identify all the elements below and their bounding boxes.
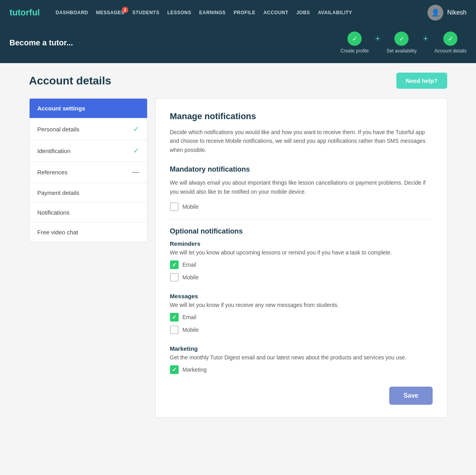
step-account-details: ✓ Account details <box>435 32 467 54</box>
sidebar-item-payment-details[interactable]: Payment details <box>30 183 147 203</box>
messages-badge: 2 <box>122 7 128 13</box>
sidebar-label-payment-details: Payment details <box>37 189 80 196</box>
sidebar-item-free-video-chat[interactable]: Free video chat <box>30 223 147 242</box>
nav-dashboard[interactable]: DASHBOARD <box>56 10 88 15</box>
sidebar-label-free-video-chat: Free video chat <box>37 229 78 236</box>
marketing-category: Marketing Get the monthly Tutor Digest e… <box>170 345 433 374</box>
messages-title: Messages <box>170 293 433 299</box>
mandatory-notifications-desc: We will always email you about important… <box>170 178 433 196</box>
messages-email-label: Email <box>183 314 196 320</box>
messages-desc: We will let you know if you receive any … <box>170 302 433 308</box>
sidebar-label-references: References <box>37 169 68 176</box>
progress-steps: ✓ Create profile + ✓ Set availability + … <box>340 32 467 54</box>
dash-icon-references: — <box>132 168 139 176</box>
main-panel: Manage notifications Decide which notifi… <box>155 98 447 418</box>
content-layout: Account settings Personal details ✓ Iden… <box>29 98 447 418</box>
mandatory-notifications-title: Mandatory notifications <box>170 165 433 174</box>
nav-account[interactable]: ACCOUNT <box>263 10 289 15</box>
marketing-checkbox-row: Marketing <box>170 365 433 374</box>
step-set-availability: ✓ Set availability <box>386 32 417 54</box>
sidebar-item-personal-details[interactable]: Personal details ✓ <box>30 118 147 140</box>
marketing-title: Marketing <box>170 345 433 352</box>
nav-students[interactable]: STUDENTS <box>132 10 159 15</box>
step-icon-create-profile: ✓ <box>347 32 362 46</box>
nav-availability[interactable]: AVAILABILITY <box>318 10 352 15</box>
sidebar-label-personal-details: Personal details <box>37 126 80 133</box>
marketing-label: Marketing <box>183 367 207 373</box>
step-connector-2: + <box>423 34 428 44</box>
messages-mobile-label: Mobile <box>183 327 199 333</box>
reminders-email-checkbox[interactable] <box>170 260 179 269</box>
reminders-email-label: Email <box>183 262 196 268</box>
sidebar-item-account-settings[interactable]: Account settings <box>30 99 147 118</box>
nav-profile[interactable]: PROFILE <box>233 10 256 15</box>
sidebar: Account settings Personal details ✓ Iden… <box>29 98 147 242</box>
messages-mobile-row: Mobile <box>170 325 433 334</box>
logo[interactable]: tutorful <box>9 7 40 18</box>
user-info: 👤 Nikesh <box>427 5 467 21</box>
nav-lessons[interactable]: LESSONS <box>167 10 191 15</box>
messages-mobile-checkbox[interactable] <box>170 325 179 334</box>
need-help-button[interactable]: Need help? <box>396 73 447 89</box>
reminders-email-row: Email <box>170 260 433 269</box>
sidebar-label-notifications: Notifications <box>37 209 70 216</box>
messages-category: Messages We will let you know if you rec… <box>170 293 433 334</box>
reminders-desc: We will let you know about upcoming less… <box>170 249 433 256</box>
reminders-category: Reminders We will let you know about upc… <box>170 240 433 282</box>
sidebar-item-references[interactable]: References — <box>30 162 147 183</box>
step-label-create-profile: Create profile <box>340 48 369 54</box>
marketing-checkbox[interactable] <box>170 365 179 374</box>
reminders-title: Reminders <box>170 240 433 247</box>
sidebar-label-account-settings: Account settings <box>37 105 86 112</box>
mandatory-mobile-checkbox[interactable] <box>170 202 179 211</box>
manage-notifications-desc: Decide which notifications you would lik… <box>170 128 433 154</box>
top-navigation: tutorful DASHBOARD MESSAGES 2 STUDENTS L… <box>0 0 476 25</box>
become-tutor-label: Become a tutor... <box>9 38 73 47</box>
mandatory-mobile-row: Mobile <box>170 202 433 211</box>
main-content: Account details Need help? Account setti… <box>21 63 455 427</box>
page-header: Account details Need help? <box>29 73 447 89</box>
sidebar-item-identification[interactable]: Identification ✓ <box>30 140 147 162</box>
messages-email-checkbox[interactable] <box>170 313 179 322</box>
logo-text: tutorful <box>9 7 40 17</box>
avatar: 👤 <box>427 5 443 21</box>
sidebar-label-identification: Identification <box>37 148 71 154</box>
nav-messages[interactable]: MESSAGES 2 <box>96 10 124 15</box>
username: Nikesh <box>447 9 467 16</box>
check-icon-personal-details: ✓ <box>133 125 139 133</box>
manage-notifications-title: Manage notifications <box>170 111 433 122</box>
nav-jobs[interactable]: JOBS <box>296 10 310 15</box>
nav-earnings[interactable]: EARNINGS <box>199 10 226 15</box>
messages-email-row: Email <box>170 313 433 322</box>
step-connector-1: + <box>375 34 380 44</box>
step-icon-set-availability: ✓ <box>394 32 409 46</box>
step-label-set-availability: Set availability <box>386 48 417 54</box>
progress-section: Become a tutor... ✓ Create profile + ✓ S… <box>0 25 476 63</box>
check-icon-identification: ✓ <box>133 146 139 155</box>
reminders-mobile-checkbox[interactable] <box>170 273 179 282</box>
sidebar-item-notifications[interactable]: Notifications <box>30 203 147 223</box>
optional-notifications-title: Optional notifications <box>170 227 433 236</box>
save-button[interactable]: Save <box>389 387 432 405</box>
mandatory-mobile-label: Mobile <box>183 204 199 210</box>
nav-links: DASHBOARD MESSAGES 2 STUDENTS LESSONS EA… <box>56 10 418 15</box>
step-label-account-details: Account details <box>435 48 467 54</box>
save-row: Save <box>170 387 433 405</box>
divider-1 <box>170 219 433 219</box>
page-title: Account details <box>29 75 111 87</box>
step-icon-account-details: ✓ <box>443 32 457 46</box>
reminders-mobile-label: Mobile <box>183 274 199 281</box>
step-create-profile: ✓ Create profile <box>340 32 369 54</box>
marketing-desc: Get the monthly Tutor Digest email and o… <box>170 354 433 361</box>
reminders-mobile-row: Mobile <box>170 273 433 282</box>
